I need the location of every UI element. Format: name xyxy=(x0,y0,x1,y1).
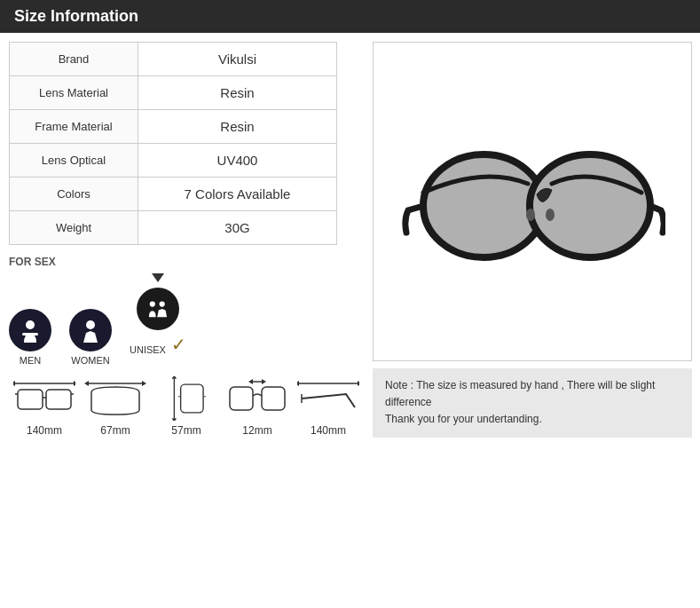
note-line2: Thank you for your undertanding. xyxy=(385,411,680,428)
size-item-0: 140mm xyxy=(9,376,80,437)
specs-label-4: Colors xyxy=(10,178,138,211)
size-value-0: 140mm xyxy=(27,424,62,437)
specs-value-3: UV400 xyxy=(138,144,337,178)
product-image-box xyxy=(373,42,692,361)
svg-marker-7 xyxy=(74,381,75,386)
specs-label-3: Lens Optical xyxy=(10,144,138,178)
svg-rect-22 xyxy=(230,387,253,410)
svg-rect-19 xyxy=(181,384,203,413)
size-diagram-3 xyxy=(226,376,288,421)
svg-rect-23 xyxy=(262,387,285,410)
page-title: Size Information xyxy=(14,7,138,25)
svg-marker-28 xyxy=(297,381,299,386)
right-section: Note : The size is measured by hand , Th… xyxy=(373,42,692,599)
men-icon-circle xyxy=(9,309,51,351)
specs-row-2: Frame MaterialResin xyxy=(10,110,337,144)
size-section: 140mm 67mm xyxy=(9,376,364,437)
size-item-4: 140mm xyxy=(293,376,364,437)
specs-row-3: Lens OpticalUV400 xyxy=(10,144,337,178)
gender-item-men[interactable]: MEN xyxy=(9,309,51,366)
svg-marker-29 xyxy=(358,381,359,386)
specs-row-0: BrandVikulsi xyxy=(10,43,337,76)
specs-label-0: Brand xyxy=(10,43,138,76)
unisex-icon-circle xyxy=(137,288,179,330)
svg-point-33 xyxy=(526,209,535,221)
unisex-label: UNISEX xyxy=(130,344,166,355)
page-header: Size Information xyxy=(0,0,700,33)
size-item-2: 57mm xyxy=(151,376,222,437)
specs-row-4: Colors7 Colors Available xyxy=(10,178,337,211)
svg-marker-17 xyxy=(172,376,177,379)
women-label: WOMEN xyxy=(71,355,109,366)
size-diagram-1 xyxy=(84,376,146,421)
svg-marker-26 xyxy=(262,379,266,384)
men-icon xyxy=(18,318,43,343)
svg-point-31 xyxy=(423,154,544,257)
gender-item-women[interactable]: WOMEN xyxy=(69,309,112,366)
size-value-2: 57mm xyxy=(171,424,201,437)
specs-row-5: Weight30G xyxy=(10,211,337,245)
svg-marker-18 xyxy=(172,418,177,421)
page-wrapper: Size Information BrandVikulsiLens Materi… xyxy=(0,0,700,608)
selected-triangle xyxy=(152,273,164,282)
specs-label-2: Frame Material xyxy=(10,110,138,144)
size-value-3: 12mm xyxy=(242,424,271,437)
unisex-icon xyxy=(146,296,170,321)
svg-point-4 xyxy=(160,301,165,306)
specs-value-5: 30G xyxy=(138,211,337,245)
svg-rect-8 xyxy=(18,390,43,409)
gender-item-unisex[interactable]: UNISEX ✓ xyxy=(130,273,186,366)
size-diagram-4 xyxy=(297,376,359,421)
specs-value-0: Vikulsi xyxy=(138,43,337,76)
svg-point-2 xyxy=(86,320,95,329)
svg-rect-9 xyxy=(46,390,71,409)
size-value-4: 140mm xyxy=(311,424,346,437)
specs-label-1: Lens Material xyxy=(10,76,138,110)
women-icon-circle xyxy=(69,309,112,351)
men-label: MEN xyxy=(20,355,41,366)
specs-label-5: Weight xyxy=(10,211,138,245)
note-box: Note : The size is measured by hand , Th… xyxy=(373,368,692,438)
specs-table: BrandVikulsiLens MaterialResinFrame Mate… xyxy=(9,42,337,245)
unisex-inner: UNISEX ✓ xyxy=(130,288,186,366)
svg-rect-1 xyxy=(22,333,38,336)
note-line1: Note : The size is measured by hand , Th… xyxy=(385,377,680,411)
svg-marker-14 xyxy=(84,381,89,386)
size-value-1: 67mm xyxy=(100,424,130,437)
gender-section: FOR SEX xyxy=(9,256,364,366)
women-icon xyxy=(78,318,103,343)
svg-point-0 xyxy=(26,320,35,329)
specs-row-1: Lens MaterialResin xyxy=(10,76,337,110)
specs-value-2: Resin xyxy=(138,110,337,144)
checkmark-icon: ✓ xyxy=(171,334,186,355)
gender-icons: MEN WOMEN xyxy=(9,273,364,366)
size-diagram-2 xyxy=(155,376,217,421)
svg-marker-6 xyxy=(13,381,15,386)
svg-point-3 xyxy=(150,301,155,306)
left-section: BrandVikulsiLens MaterialResinFrame Mate… xyxy=(9,42,364,599)
svg-marker-25 xyxy=(248,379,253,384)
size-item-3: 12mm xyxy=(222,376,293,437)
svg-point-34 xyxy=(546,209,554,221)
gender-label: FOR SEX xyxy=(9,256,364,268)
svg-marker-15 xyxy=(142,381,146,386)
size-item-1: 67mm xyxy=(80,376,151,437)
svg-point-32 xyxy=(530,154,650,257)
specs-value-4: 7 Colors Available xyxy=(138,178,337,211)
specs-value-1: Resin xyxy=(138,76,337,110)
main-content: BrandVikulsiLens MaterialResinFrame Mate… xyxy=(0,33,700,608)
size-diagram-0 xyxy=(13,376,75,421)
sunglasses-image xyxy=(399,95,665,308)
